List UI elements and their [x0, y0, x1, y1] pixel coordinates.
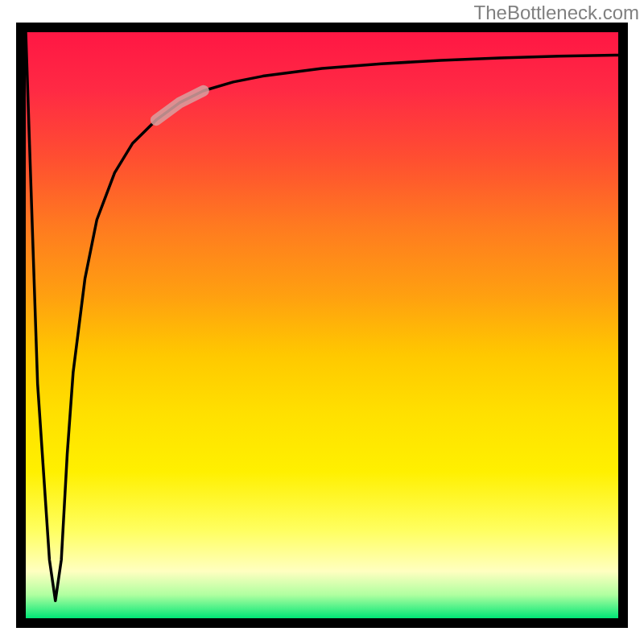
- plot-area: [16, 23, 628, 628]
- highlight-segment: [156, 91, 204, 120]
- watermark-text: TheBottleneck.com: [474, 2, 639, 24]
- bottleneck-curve: [26, 32, 618, 601]
- chart-container: TheBottleneck.com: [0, 0, 644, 644]
- curve-svg: [26, 32, 618, 618]
